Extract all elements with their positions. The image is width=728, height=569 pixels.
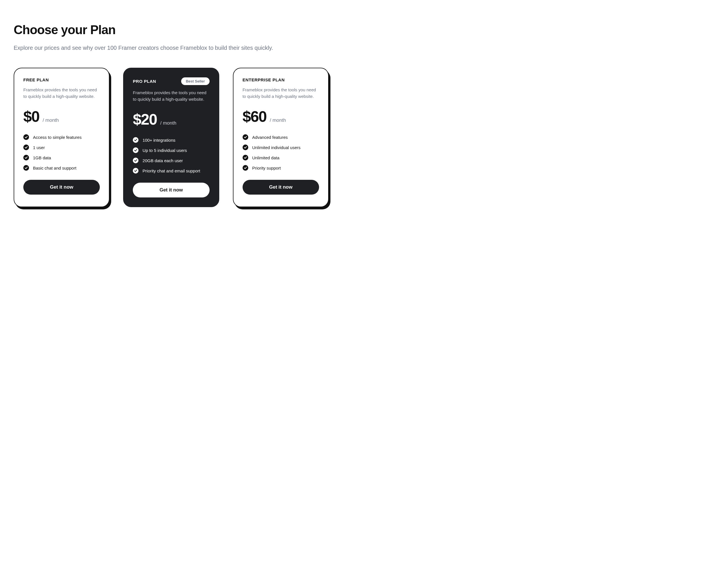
feature-list: 100+ integrations Up to 5 individual use… [133,137,209,173]
check-icon [243,155,248,160]
get-it-now-button[interactable]: Get it now [133,183,209,197]
plan-description: Frameblox provides the tools you need to… [23,87,100,100]
feature-item: 20GB data each user [133,158,209,163]
best-seller-badge: Best Seller [181,77,209,85]
check-icon [243,165,248,171]
plan-price: $20 [133,110,157,128]
price-row: $20 / month [133,110,209,128]
feature-text: Up to 5 individual users [142,148,187,153]
plan-description: Frameblox provides the tools you need to… [133,90,209,102]
get-it-now-button[interactable]: Get it now [23,180,100,194]
svg-point-0 [23,134,29,140]
plan-name: FREE PLAN [23,77,49,82]
price-row: $0 / month [23,107,100,125]
plan-description: Frameblox provides the tools you need to… [243,87,319,100]
svg-point-2 [23,155,29,160]
plan-price: $60 [243,107,266,125]
check-icon [133,147,138,153]
check-icon [23,165,29,171]
plan-name: PRO PLAN [133,79,156,84]
feature-item: Unlimited individual users [243,144,319,150]
feature-list: Advanced features Unlimited individual u… [243,134,319,171]
price-row: $60 / month [243,107,319,125]
get-it-now-button[interactable]: Get it now [243,180,319,194]
feature-text: Access to simple features [33,135,82,140]
svg-point-10 [243,155,248,160]
feature-text: 1GB data [33,155,51,160]
svg-point-3 [23,165,29,171]
page-subtitle: Explore our prices and see why over 100 … [14,44,329,52]
plan-card-pro: PRO PLAN Best Seller Frameblox provides … [123,68,219,207]
plan-interval: / month [270,117,286,123]
feature-item: Basic chat and support [23,165,100,171]
feature-list: Access to simple features 1 user 1GB dat… [23,134,100,171]
feature-text: Unlimited data [252,155,280,160]
svg-point-8 [243,134,248,140]
page-title: Choose your Plan [14,23,329,37]
feature-item: Access to simple features [23,134,100,140]
feature-item: Priority support [243,165,319,171]
svg-point-4 [133,137,138,143]
svg-point-1 [23,144,29,150]
check-icon [133,168,138,173]
check-icon [243,144,248,150]
plan-interval: / month [43,117,59,123]
check-icon [133,158,138,163]
svg-point-6 [133,158,138,163]
check-icon [23,155,29,160]
plan-name: ENTERPRISE PLAN [243,77,285,82]
feature-item: Priority chat and email support [133,168,209,173]
feature-item: 100+ integrations [133,137,209,143]
feature-text: Basic chat and support [33,165,76,170]
feature-item: Up to 5 individual users [133,147,209,153]
feature-item: 1GB data [23,155,100,160]
feature-text: 100+ integrations [142,138,175,142]
plan-price: $0 [23,107,39,125]
plan-interval: / month [160,120,176,126]
pricing-plans-row: FREE PLAN Frameblox provides the tools y… [14,68,329,207]
feature-text: 20GB data each user [142,158,183,163]
feature-item: Unlimited data [243,155,319,160]
feature-text: Priority chat and email support [142,168,200,173]
check-icon [133,137,138,143]
svg-point-11 [243,165,248,171]
feature-text: Advanced features [252,135,288,140]
svg-point-7 [133,168,138,173]
plan-card-enterprise: ENTERPRISE PLAN Frameblox provides the t… [233,68,329,207]
feature-text: 1 user [33,145,45,150]
svg-point-5 [133,147,138,153]
check-icon [23,134,29,140]
check-icon [23,144,29,150]
check-icon [243,134,248,140]
svg-point-9 [243,144,248,150]
feature-text: Unlimited individual users [252,145,301,150]
feature-text: Priority support [252,165,281,170]
feature-item: Advanced features [243,134,319,140]
plan-card-free: FREE PLAN Frameblox provides the tools y… [14,68,109,207]
feature-item: 1 user [23,144,100,150]
